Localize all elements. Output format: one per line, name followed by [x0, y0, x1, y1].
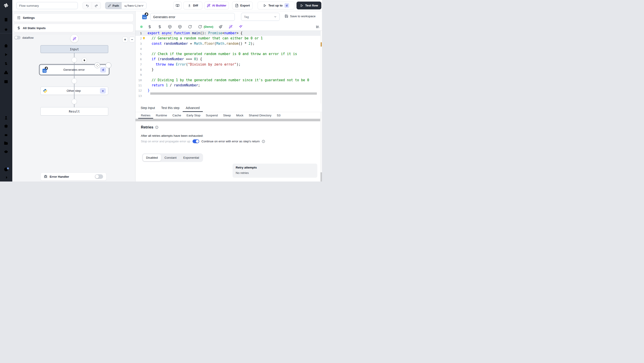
- resources-boxes-icon[interactable]: [4, 70, 9, 75]
- docs-button[interactable]: [173, 2, 182, 10]
- subtab-early-stop[interactable]: Early Stop: [184, 112, 203, 119]
- ai-builder-button[interactable]: AI Builder: [204, 2, 229, 10]
- flow-summary-input[interactable]: [16, 2, 78, 9]
- flow-input-node[interactable]: Input: [40, 45, 108, 53]
- lightbulb-icon[interactable]: [142, 37, 146, 40]
- subtab-suspend[interactable]: Suspend: [203, 112, 220, 119]
- package-icon[interactable]: [168, 25, 172, 29]
- code-line-8: 8 }: [136, 67, 322, 72]
- reset-icon[interactable]: [198, 25, 202, 29]
- diff-button[interactable]: Diff: [183, 2, 202, 10]
- expand-sidebar-arrow-icon[interactable]: [4, 175, 9, 180]
- runs-play-icon[interactable]: [4, 52, 9, 57]
- library-panel-icon[interactable]: [316, 25, 320, 29]
- subtab-runtime[interactable]: Runtime: [153, 112, 170, 119]
- trigger-zap-button[interactable]: [82, 58, 87, 63]
- windmill-logo-icon[interactable]: [3, 3, 10, 9]
- subtab-retries[interactable]: Retries: [138, 112, 153, 119]
- error-handler-row[interactable]: Error Handler: [40, 173, 106, 181]
- retry-mode-disabled[interactable]: Disabled: [143, 154, 161, 161]
- retry-mode-exponential[interactable]: Exponential: [180, 154, 202, 161]
- user-icon[interactable]: [4, 116, 9, 120]
- chevron-down-icon: [274, 15, 277, 18]
- redo-button[interactable]: [92, 2, 100, 9]
- path-button[interactable]: Path u/henri/err: [105, 2, 146, 9]
- lsp-status-dot: [140, 26, 143, 28]
- pencil-icon: [108, 4, 111, 7]
- tab-test-this-step[interactable]: Test this step: [158, 104, 183, 112]
- error-handler-toggle[interactable]: [95, 174, 103, 179]
- subtab-sleep[interactable]: Sleep: [220, 112, 234, 119]
- flow-step-node-other-step[interactable]: Other step e: [40, 87, 108, 95]
- undo-button[interactable]: [83, 2, 92, 9]
- undo-redo-group: [82, 2, 101, 9]
- retry-mode-constant[interactable]: Constant: [162, 154, 180, 161]
- vars-dollar-icon[interactable]: [158, 25, 162, 29]
- code-line-2: 2 // Generating a random number that can…: [136, 36, 322, 41]
- test-flow-button[interactable]: Test flow: [296, 2, 321, 10]
- settings-gear-icon[interactable]: [4, 124, 9, 129]
- format-brush-icon[interactable]: [219, 25, 222, 29]
- ai-flow-wand-button[interactable]: [70, 35, 78, 43]
- path-value: u/henri/err: [122, 2, 146, 9]
- move-step-button[interactable]: [94, 63, 100, 68]
- flow-graph-panel: Settings All Static Inputs dataflow + − …: [12, 11, 136, 182]
- subtab-mock[interactable]: Mock: [234, 112, 246, 119]
- audit-eye-icon[interactable]: [4, 150, 9, 154]
- reload-icon[interactable]: [188, 25, 192, 29]
- step-name-input[interactable]: [150, 13, 235, 21]
- continue-on-error-toggle[interactable]: [192, 139, 199, 143]
- dataflow-toggle[interactable]: [14, 36, 20, 39]
- code-text: throw new Error("Division by zero error"…: [142, 62, 240, 67]
- runtime-label[interactable]: (Deno): [204, 25, 213, 29]
- info-icon[interactable]: [262, 140, 265, 143]
- all-static-inputs-label: All Static Inputs: [23, 27, 46, 30]
- step-editor-panel: TS Tag Save to workspace (Deno) 1: [136, 11, 322, 182]
- add-step-button-1[interactable]: [72, 57, 77, 63]
- subtabs-horizontal-scrollbar[interactable]: [136, 119, 320, 121]
- add-step-button-3[interactable]: [72, 99, 77, 104]
- variables-dollar-icon[interactable]: [4, 61, 9, 66]
- error-behavior-row: Stop on error and propagate error up Con…: [141, 139, 265, 143]
- ai-builder-label: AI Builder: [212, 4, 226, 7]
- add-step-button-2[interactable]: [72, 78, 77, 84]
- code-text: }: [142, 67, 154, 72]
- home-icon[interactable]: [4, 44, 9, 48]
- test-args-dollar-icon[interactable]: [148, 25, 152, 29]
- retry-attempts-title: Retry attempts: [236, 166, 314, 169]
- test-flow-label: Test flow: [305, 4, 318, 7]
- delete-step-button[interactable]: [106, 63, 111, 68]
- flow-settings-button[interactable]: Settings: [14, 14, 134, 22]
- subtab-s3[interactable]: S3: [274, 112, 283, 119]
- info-icon[interactable]: [155, 126, 158, 129]
- favorites-star-icon[interactable]: [4, 27, 9, 32]
- folders-icon[interactable]: [4, 141, 9, 146]
- test-up-to-button[interactable]: Test up tod: [258, 2, 294, 10]
- tab-step-input[interactable]: Step Input: [138, 104, 158, 112]
- workspace-icon[interactable]: [4, 18, 9, 22]
- subtab-cache[interactable]: Cache: [170, 112, 184, 119]
- save-to-workspace-button[interactable]: Save to workspace: [285, 14, 316, 18]
- package-icon[interactable]: [178, 25, 182, 29]
- editor-horizontal-scrollbar[interactable]: [150, 92, 317, 95]
- redo-icon: [94, 4, 98, 8]
- subtab-shared-directory[interactable]: Shared Directory: [246, 112, 274, 119]
- line-number: 13: [136, 93, 142, 99]
- ai-wand-icon[interactable]: [229, 25, 232, 29]
- export-button[interactable]: Export: [232, 2, 253, 10]
- zoom-in-button[interactable]: +: [122, 37, 128, 42]
- panel-scrollbar-thumb[interactable]: [320, 172, 322, 182]
- schedules-calendar-icon[interactable]: [4, 79, 9, 84]
- tag-select[interactable]: Tag: [241, 13, 280, 21]
- all-static-inputs-button[interactable]: All Static Inputs: [14, 24, 134, 32]
- flow-result-node[interactable]: Result: [40, 107, 108, 116]
- ai-sparkles-icon[interactable]: [239, 25, 242, 29]
- code-text: export async function main(): Promise<nu…: [142, 31, 242, 36]
- result-node-label: Result: [41, 110, 108, 113]
- workers-bot-icon[interactable]: [4, 133, 9, 138]
- zoom-out-button[interactable]: −: [129, 37, 135, 42]
- tab-advanced[interactable]: Advanced: [183, 104, 203, 112]
- python-icon: [43, 89, 48, 93]
- panel-scrollbar-track[interactable]: [320, 112, 322, 182]
- code-line-7: 7 throw new Error("Division by zero erro…: [136, 62, 322, 67]
